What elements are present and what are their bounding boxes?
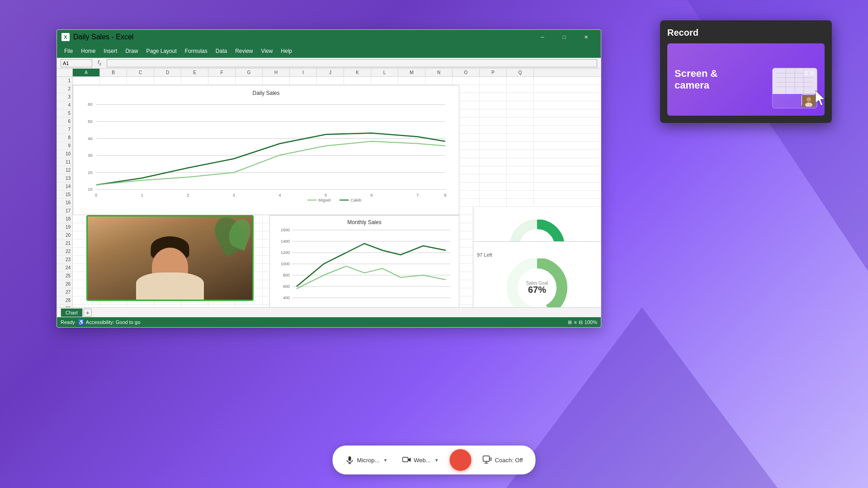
col-header-F[interactable]: F bbox=[208, 69, 236, 76]
record-option-label: Screen & camera bbox=[675, 68, 717, 92]
col-header-K[interactable]: K bbox=[344, 69, 371, 76]
microphone-icon bbox=[345, 455, 354, 465]
menu-home[interactable]: Home bbox=[77, 46, 99, 56]
camera-overlay bbox=[86, 215, 254, 301]
daily-chart-title: Daily Sales bbox=[78, 90, 454, 96]
excel-statusbar: Ready ♿ Accessibility: Good to go ⊞ ≡ ⊟ … bbox=[57, 317, 601, 327]
cell-name-box[interactable]: A1 bbox=[61, 59, 92, 67]
col-header-H[interactable]: H bbox=[263, 69, 290, 76]
webcam-button[interactable]: Web... ▼ bbox=[398, 454, 442, 466]
col-header-O[interactable]: O bbox=[453, 69, 480, 76]
svg-rect-58 bbox=[402, 457, 408, 462]
column-headers: A B C D E F G H I J K L M N O P Q bbox=[57, 69, 601, 77]
minimize-button[interactable]: ─ bbox=[532, 30, 553, 44]
camera-person-view bbox=[88, 216, 252, 300]
col-header-A[interactable]: A bbox=[73, 69, 100, 76]
col-header-G[interactable]: G bbox=[236, 69, 263, 76]
close-button[interactable]: ✕ bbox=[576, 30, 596, 44]
maximize-button[interactable]: □ bbox=[554, 30, 575, 44]
statusbar-left: Ready ♿ Accessibility: Good to go bbox=[61, 319, 140, 325]
cursor-svg bbox=[816, 90, 825, 107]
col-header-J[interactable]: J bbox=[317, 69, 344, 76]
preview-view-icon[interactable]: ⊟ bbox=[579, 319, 583, 325]
menu-view[interactable]: View bbox=[258, 46, 277, 56]
excel-titlebar: X Daily Sales - Excel ─ □ ✕ bbox=[57, 30, 601, 44]
sheet-tab-chart[interactable]: Chart bbox=[61, 308, 83, 317]
titlebar-controls: ─ □ ✕ bbox=[532, 30, 596, 44]
menu-pagelayout[interactable]: Page Layout bbox=[142, 46, 180, 56]
grid-area: 1 2 3 4 5 6 7 8 9 10 11 12 13 14 15 16 1… bbox=[57, 77, 601, 327]
col-header-E[interactable]: E bbox=[181, 69, 208, 76]
preview-ctrl-1 bbox=[804, 71, 808, 75]
excel-menubar: File Home Insert Draw Page Layout Formul… bbox=[57, 44, 601, 58]
col-header-M[interactable]: M bbox=[398, 69, 425, 76]
col-header-B[interactable]: B bbox=[100, 69, 127, 76]
monthly-chart-title: Monthly Sales bbox=[274, 219, 455, 225]
col-header-I[interactable]: I bbox=[290, 69, 317, 76]
menu-help[interactable]: Help bbox=[277, 46, 296, 56]
titlebar-left: X Daily Sales - Excel bbox=[61, 33, 133, 41]
record-option-screen-camera[interactable]: Screen & camera bbox=[667, 43, 825, 116]
svg-text:60: 60 bbox=[88, 102, 92, 107]
col-header-P[interactable]: P bbox=[480, 69, 507, 76]
svg-point-52 bbox=[807, 97, 811, 102]
svg-text:800: 800 bbox=[283, 273, 290, 277]
svg-rect-60 bbox=[483, 456, 490, 461]
sheet-tabs-bar: Chart + bbox=[57, 307, 601, 317]
record-button[interactable] bbox=[450, 449, 472, 471]
formula-bar[interactable] bbox=[107, 59, 597, 67]
svg-text:7: 7 bbox=[416, 193, 419, 197]
grid-view-icon[interactable]: ⊞ bbox=[568, 319, 572, 325]
webcam-dropdown-arrow: ▼ bbox=[434, 458, 439, 463]
svg-text:20: 20 bbox=[88, 170, 92, 175]
menu-formulas[interactable]: Formulas bbox=[181, 46, 211, 56]
coach-label: Coach: Off bbox=[495, 457, 523, 464]
fx-icon: fx bbox=[96, 59, 103, 66]
excel-logo-icon: X bbox=[61, 33, 70, 41]
preview-camera-bubble bbox=[802, 94, 815, 106]
svg-text:30: 30 bbox=[88, 153, 92, 158]
statusbar-right: ⊞ ≡ ⊟ 100% bbox=[568, 319, 597, 325]
col-header-N[interactable]: N bbox=[425, 69, 453, 76]
header-corner bbox=[57, 69, 73, 76]
svg-text:10: 10 bbox=[88, 187, 92, 192]
svg-rect-55 bbox=[349, 456, 351, 461]
microphone-button[interactable]: Microp... ▼ bbox=[342, 454, 392, 466]
record-panel-title: Record bbox=[667, 28, 825, 38]
col-header-C[interactable]: C bbox=[127, 69, 154, 76]
recording-toolbar: Microp... ▼ Web... ▼ Coach: Off bbox=[333, 446, 536, 474]
svg-marker-54 bbox=[816, 90, 825, 106]
cursor-indicator bbox=[816, 90, 825, 108]
preview-camera-svg bbox=[802, 95, 816, 107]
svg-text:1000: 1000 bbox=[281, 262, 290, 266]
status-ready-label: Ready bbox=[61, 319, 75, 325]
list-view-icon[interactable]: ≡ bbox=[574, 319, 576, 325]
bg-decoration-bottom bbox=[506, 307, 778, 488]
donut-bottom-left-label: 97 Left bbox=[477, 252, 492, 258]
menu-draw[interactable]: Draw bbox=[122, 46, 142, 56]
webcam-icon bbox=[402, 455, 411, 465]
record-panel: Record Screen & camera bbox=[660, 20, 832, 123]
col-header-L[interactable]: L bbox=[371, 69, 398, 76]
add-sheet-button[interactable]: + bbox=[84, 309, 92, 317]
microphone-label: Microp... bbox=[357, 457, 380, 464]
svg-text:6: 6 bbox=[371, 193, 373, 197]
menu-file[interactable]: File bbox=[61, 46, 76, 56]
excel-ribbon: A1 fx bbox=[57, 58, 601, 69]
menu-review[interactable]: Review bbox=[231, 46, 256, 56]
svg-text:1: 1 bbox=[141, 193, 143, 197]
excel-sheet: A B C D E F G H I J K L M N O P Q 1 2 3 bbox=[57, 69, 601, 327]
col-header-Q[interactable]: Q bbox=[507, 69, 534, 76]
svg-text:1600: 1600 bbox=[281, 228, 290, 232]
excel-window: X Daily Sales - Excel ─ □ ✕ File Home In… bbox=[57, 29, 601, 328]
svg-text:600: 600 bbox=[283, 284, 290, 289]
col-header-D[interactable]: D bbox=[154, 69, 181, 76]
coach-button[interactable]: Coach: Off bbox=[479, 453, 527, 467]
svg-text:0: 0 bbox=[95, 193, 97, 197]
svg-text:Caleb: Caleb bbox=[350, 198, 361, 202]
menu-data[interactable]: Data bbox=[212, 46, 231, 56]
webcam-label: Web... bbox=[414, 457, 430, 464]
menu-insert[interactable]: Insert bbox=[100, 46, 121, 56]
svg-text:400: 400 bbox=[283, 296, 290, 300]
accessibility-text: Accessibility: Good to go bbox=[86, 319, 140, 325]
